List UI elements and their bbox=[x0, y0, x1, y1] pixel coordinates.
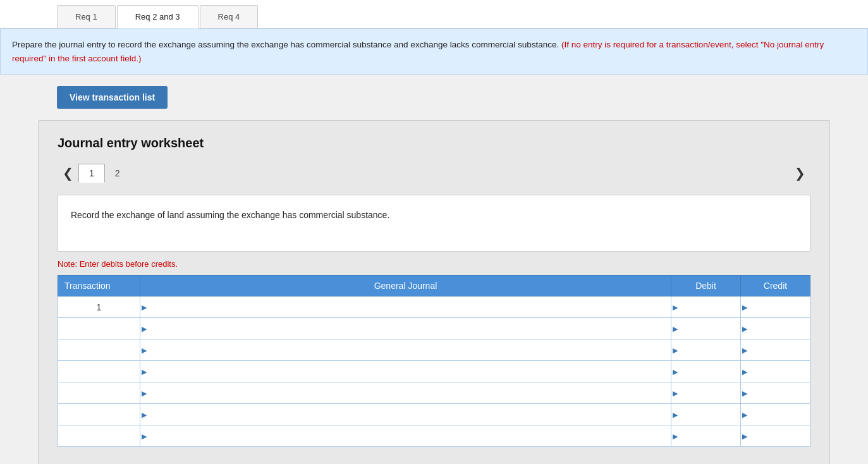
debit-cell[interactable]: ▶ bbox=[671, 361, 741, 382]
credit-input[interactable] bbox=[741, 404, 810, 425]
page-tab-2[interactable]: 2 bbox=[105, 164, 130, 182]
journal-input[interactable] bbox=[140, 404, 671, 425]
tab-req1[interactable]: Req 1 bbox=[57, 5, 116, 28]
credit-cell[interactable]: ▶ bbox=[741, 296, 810, 318]
debit-cell[interactable]: ▶ bbox=[671, 339, 741, 361]
debit-cell[interactable]: ▶ bbox=[671, 296, 741, 318]
header-transaction: Transaction bbox=[58, 276, 140, 296]
credit-cell[interactable]: ▶ bbox=[741, 361, 810, 382]
journal-input[interactable] bbox=[140, 382, 671, 403]
credit-cell[interactable]: ▶ bbox=[741, 404, 810, 425]
journal-cell[interactable]: ▶ bbox=[140, 318, 671, 339]
debit-cell[interactable]: ▶ bbox=[671, 425, 741, 447]
debit-cell[interactable]: ▶ bbox=[671, 318, 741, 339]
table-row: ▶▶▶ bbox=[58, 361, 810, 382]
instruction-main: Prepare the journal entry to record the … bbox=[12, 40, 559, 49]
header-credit: Credit bbox=[741, 276, 810, 296]
table-row: ▶▶▶ bbox=[58, 382, 810, 404]
credit-cell[interactable]: ▶ bbox=[741, 339, 810, 361]
debit-input[interactable] bbox=[671, 361, 740, 382]
table-row: ▶▶▶ bbox=[58, 404, 810, 425]
record-box: Record the exchange of land assuming the… bbox=[58, 195, 810, 252]
tab-req4[interactable]: Req 4 bbox=[200, 5, 259, 28]
debit-input[interactable] bbox=[671, 318, 740, 339]
debit-input[interactable] bbox=[671, 296, 740, 317]
transaction-cell bbox=[58, 361, 140, 382]
transaction-cell bbox=[58, 425, 140, 447]
debit-cell[interactable]: ▶ bbox=[671, 382, 741, 404]
debit-input[interactable] bbox=[671, 404, 740, 425]
journal-input[interactable] bbox=[140, 425, 671, 446]
transaction-cell bbox=[58, 404, 140, 425]
journal-input[interactable] bbox=[140, 318, 671, 339]
credit-cell[interactable]: ▶ bbox=[741, 425, 810, 447]
header-debit: Debit bbox=[671, 276, 741, 296]
debit-input[interactable] bbox=[671, 382, 740, 403]
journal-input[interactable] bbox=[140, 339, 671, 360]
transaction-cell bbox=[58, 382, 140, 404]
journal-input[interactable] bbox=[140, 361, 671, 382]
instruction-box: Prepare the journal entry to record the … bbox=[0, 28, 868, 75]
next-arrow[interactable]: ❯ bbox=[790, 163, 810, 183]
credit-cell[interactable]: ▶ bbox=[741, 382, 810, 404]
table-row: ▶▶▶ bbox=[58, 318, 810, 339]
record-text: Record the exchange of land assuming the… bbox=[71, 210, 389, 220]
table-row: 1▶▶▶ bbox=[58, 296, 810, 318]
tab-req2and3[interactable]: Req 2 and 3 bbox=[117, 5, 199, 28]
journal-cell[interactable]: ▶ bbox=[140, 296, 671, 318]
journal-cell[interactable]: ▶ bbox=[140, 382, 671, 404]
worksheet-container: Journal entry worksheet ❮ 1 2 ❯ Record t… bbox=[38, 120, 830, 464]
debit-input[interactable] bbox=[671, 339, 740, 360]
tabs-bar: Req 1 Req 2 and 3 Req 4 bbox=[0, 0, 868, 28]
debit-input[interactable] bbox=[671, 425, 740, 446]
journal-cell[interactable]: ▶ bbox=[140, 425, 671, 447]
credit-input[interactable] bbox=[741, 296, 810, 317]
journal-input[interactable] bbox=[140, 296, 671, 317]
journal-cell[interactable]: ▶ bbox=[140, 339, 671, 361]
journal-table: Transaction General Journal Debit Credit… bbox=[58, 275, 810, 447]
note-text: Note: Enter debits before credits. bbox=[58, 259, 810, 269]
table-row: ▶▶▶ bbox=[58, 425, 810, 447]
transaction-cell bbox=[58, 339, 140, 361]
page-tab-1[interactable]: 1 bbox=[78, 164, 105, 183]
credit-input[interactable] bbox=[741, 318, 810, 339]
credit-cell[interactable]: ▶ bbox=[741, 318, 810, 339]
worksheet-title: Journal entry worksheet bbox=[58, 136, 810, 150]
prev-arrow[interactable]: ❮ bbox=[58, 163, 78, 183]
header-journal: General Journal bbox=[140, 276, 671, 296]
journal-cell[interactable]: ▶ bbox=[140, 361, 671, 382]
table-row: ▶▶▶ bbox=[58, 339, 810, 361]
view-transaction-button[interactable]: View transaction list bbox=[57, 86, 168, 109]
credit-input[interactable] bbox=[741, 425, 810, 446]
transaction-cell: 1 bbox=[58, 296, 140, 318]
credit-input[interactable] bbox=[741, 361, 810, 382]
page-nav: ❮ 1 2 ❯ bbox=[58, 163, 810, 183]
transaction-cell bbox=[58, 318, 140, 339]
credit-input[interactable] bbox=[741, 382, 810, 403]
credit-input[interactable] bbox=[741, 339, 810, 360]
debit-cell[interactable]: ▶ bbox=[671, 404, 741, 425]
journal-cell[interactable]: ▶ bbox=[140, 404, 671, 425]
